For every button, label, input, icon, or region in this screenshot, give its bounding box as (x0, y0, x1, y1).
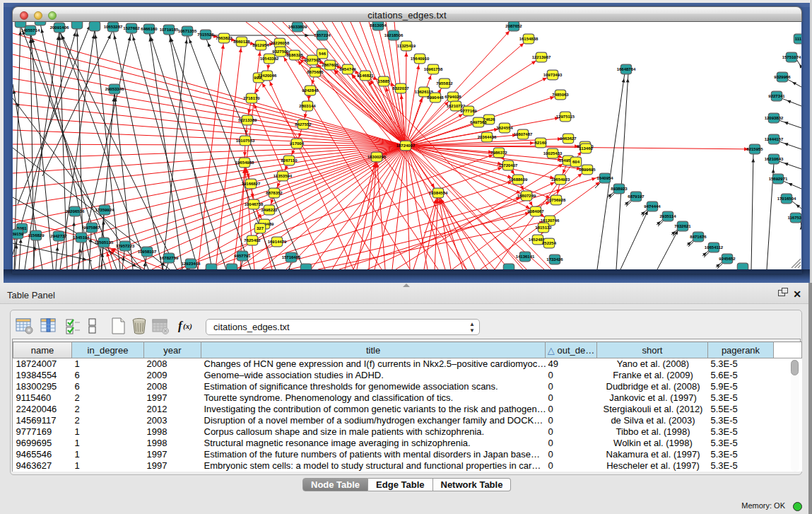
svg-text:12093832: 12093832 (765, 116, 784, 120)
svg-text:10543382: 10543382 (260, 57, 279, 61)
svg-text:917004: 917004 (290, 141, 305, 146)
svg-text:8471676: 8471676 (690, 235, 707, 239)
svg-text:14136141: 14136141 (516, 255, 535, 259)
svg-text:11353594: 11353594 (273, 174, 293, 178)
svg-text:18300295: 18300295 (367, 155, 387, 159)
svg-text:9084067: 9084067 (527, 209, 544, 214)
svg-text:9242848: 9242848 (302, 88, 319, 93)
svg-text:1167533: 1167533 (787, 216, 801, 220)
svg-text:10025433: 10025433 (543, 151, 563, 156)
svg-text:16120746: 16120746 (541, 218, 560, 223)
svg-text:22420046: 22420046 (258, 74, 277, 78)
svg-text:2935114: 2935114 (659, 214, 676, 218)
svg-text:7986372: 7986372 (490, 151, 507, 155)
svg-text:9975867: 9975867 (83, 226, 100, 230)
svg-text:12975115: 12975115 (556, 115, 575, 119)
svg-text:15751074: 15751074 (782, 55, 801, 59)
svg-text:2867608: 2867608 (322, 63, 339, 67)
svg-text:10654112: 10654112 (705, 245, 724, 250)
svg-text:7485063: 7485063 (552, 93, 569, 97)
svg-text:1640954: 1640954 (596, 176, 613, 180)
svg-text:3624554: 3624554 (496, 126, 513, 130)
svg-text:62160: 62160 (535, 141, 547, 145)
svg-text:23226058: 23226058 (271, 41, 290, 45)
svg-text:2803144: 2803144 (299, 104, 316, 108)
svg-text:8322037: 8322037 (392, 86, 409, 90)
svg-text:16782759: 16782759 (160, 256, 179, 260)
svg-text:1545194: 1545194 (73, 235, 90, 240)
svg-text:9329966: 9329966 (774, 75, 791, 79)
svg-text:(x): (x) (183, 322, 192, 331)
svg-text:604: 604 (572, 160, 580, 164)
svg-text:16914479: 16914479 (268, 240, 287, 244)
svg-text:29053346: 29053346 (105, 87, 124, 91)
svg-text:3498222: 3498222 (261, 208, 278, 212)
svg-text:16648764: 16648764 (617, 67, 636, 71)
svg-text:9457791: 9457791 (234, 254, 251, 258)
svg-text:8938923: 8938923 (611, 187, 628, 191)
svg-text:16033809: 16033809 (288, 25, 307, 29)
svg-text:8186328: 8186328 (286, 53, 303, 57)
svg-text:17016504: 17016504 (777, 197, 796, 201)
svg-text:1112: 1112 (795, 37, 801, 41)
svg-text:546: 546 (319, 52, 326, 56)
svg-text:9227341: 9227341 (768, 94, 785, 98)
svg-text:2718170: 2718170 (243, 96, 260, 100)
svg-text:8878352: 8878352 (266, 191, 283, 195)
svg-text:1733426: 1733426 (546, 257, 563, 262)
svg-text:1527602: 1527602 (123, 26, 140, 30)
svg-text:19654988: 19654988 (235, 160, 254, 165)
svg-text:18724007: 18724007 (396, 144, 416, 148)
svg-text:15885: 15885 (378, 79, 390, 83)
svg-text:9463627: 9463627 (560, 136, 577, 141)
svg-text:8660128: 8660128 (233, 40, 250, 44)
svg-text:8675685: 8675685 (307, 70, 324, 74)
svg-text:8267110: 8267110 (281, 158, 298, 163)
svg-text:20364436: 20364436 (478, 135, 497, 139)
svg-text:327: 327 (257, 226, 264, 230)
svg-text:19384554: 19384554 (429, 191, 448, 195)
svg-text:7663822: 7663822 (216, 36, 233, 40)
svg-text:15716485: 15716485 (282, 255, 301, 259)
svg-text:6497568: 6497568 (470, 120, 487, 124)
svg-text:10653287: 10653287 (104, 25, 123, 29)
svg-text:7515526: 7515526 (197, 33, 214, 37)
svg-text:17957223: 17957223 (116, 244, 135, 248)
svg-text:12213967: 12213967 (532, 55, 551, 59)
svg-text:9327508: 9327508 (304, 58, 321, 62)
svg-text:18807249: 18807249 (517, 194, 536, 198)
svg-text:12505135: 12505135 (95, 240, 114, 245)
svg-text:1815132: 1815132 (535, 226, 552, 230)
svg-text:6466160: 6466160 (141, 27, 158, 31)
svg-text:39159: 39159 (13, 232, 24, 236)
svg-text:9245652: 9245652 (719, 257, 736, 261)
svg-text:15720407: 15720407 (499, 163, 518, 168)
svg-text:10046738: 10046738 (245, 202, 264, 206)
svg-text:10107553: 10107553 (236, 139, 255, 143)
svg-text:12923448: 12923448 (182, 262, 201, 266)
svg-text:15640910: 15640910 (411, 57, 430, 61)
svg-text:20206536: 20206536 (66, 209, 85, 214)
svg-text:7632621: 7632621 (674, 224, 691, 228)
svg-text:10688609: 10688609 (509, 177, 528, 182)
svg-text:14055714: 14055714 (21, 28, 40, 33)
svg-text:252254: 252254 (542, 241, 557, 245)
svg-text:10958107: 10958107 (138, 250, 157, 254)
svg-text:6794028: 6794028 (445, 95, 461, 99)
svg-text:8427552: 8427552 (295, 122, 312, 127)
svg-text:10961758: 10961758 (424, 67, 443, 71)
svg-text:20091406: 20091406 (50, 25, 69, 30)
svg-text:2087652: 2087652 (505, 24, 522, 28)
svg-text:8912954: 8912954 (252, 43, 269, 47)
svg-text:10671355: 10671355 (178, 29, 197, 33)
svg-text:9777169: 9777169 (460, 109, 477, 113)
svg-text:11325419: 11325419 (397, 44, 416, 48)
svg-text:12444157: 12444157 (765, 137, 784, 141)
svg-text:0899695: 0899695 (579, 168, 596, 172)
svg-text:9474444: 9474444 (644, 204, 661, 209)
svg-text:10719185: 10719185 (160, 28, 179, 32)
svg-text:15692971: 15692971 (769, 177, 788, 181)
svg-text:8813054: 8813054 (370, 23, 387, 28)
svg-text:8215955: 8215955 (746, 147, 763, 151)
svg-text:10756928: 10756928 (547, 198, 566, 202)
